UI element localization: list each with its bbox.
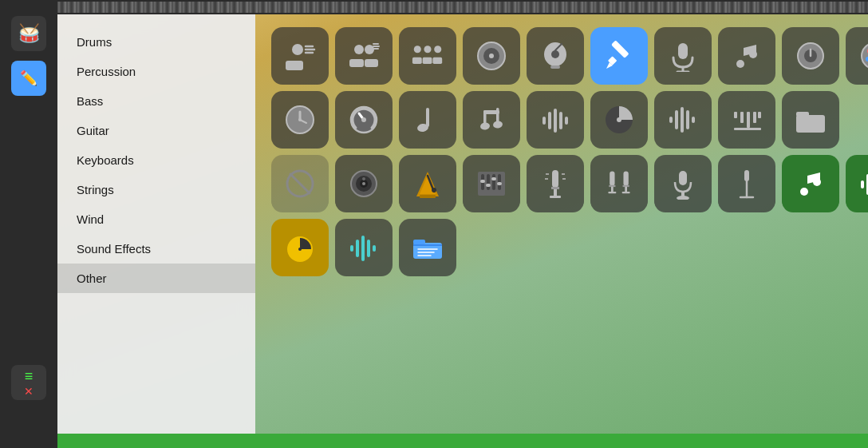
svg-rect-122 (861, 180, 864, 188)
svg-rect-65 (675, 110, 678, 129)
svg-rect-113 (622, 192, 630, 193)
icon-signal-bars[interactable] (718, 91, 775, 149)
bottom-green-strip (57, 434, 868, 448)
svg-rect-92 (492, 174, 495, 190)
icon-vinyl[interactable] (463, 27, 520, 85)
icon-pencil-active[interactable] (590, 27, 648, 85)
svg-rect-75 (796, 115, 825, 133)
icon-metronome[interactable] (399, 155, 456, 212)
icon-duet[interactable] (335, 27, 393, 85)
svg-point-36 (862, 43, 868, 69)
icon-choir[interactable] (399, 27, 456, 85)
icon-dial[interactable] (335, 91, 393, 149)
svg-point-87 (432, 188, 436, 192)
svg-rect-15 (423, 57, 432, 64)
icon-no-symbol[interactable] (271, 155, 329, 212)
category-item-sound-effects[interactable]: Sound Effects (57, 234, 255, 264)
icon-solo-vocalist[interactable] (271, 27, 329, 85)
svg-rect-6 (349, 59, 364, 67)
svg-rect-97 (497, 182, 502, 185)
svg-rect-132 (367, 240, 370, 257)
svg-rect-135 (413, 240, 425, 244)
icon-mixer[interactable] (463, 155, 520, 212)
icon-yellow-timer[interactable] (271, 219, 329, 276)
svg-rect-58 (548, 112, 551, 129)
svg-rect-22 (550, 65, 560, 69)
icon-single-note[interactable] (399, 91, 456, 149)
svg-point-55 (479, 122, 490, 131)
icon-waveform-line[interactable] (654, 91, 712, 149)
icon-desk-mic[interactable] (654, 155, 712, 212)
sidebar-drum-icon[interactable]: 🥁 (11, 16, 46, 51)
icon-clock[interactable] (271, 91, 329, 149)
svg-point-63 (617, 117, 621, 122)
icon-waveform-bars[interactable] (527, 91, 584, 149)
icon-condenser-mic[interactable] (527, 155, 584, 212)
svg-point-56 (492, 121, 503, 129)
sidebar-pencil-icon[interactable]: ✏️ (11, 61, 46, 96)
svg-rect-57 (542, 117, 546, 125)
category-list: Drums Percussion Bass Guitar Keyboards S… (57, 14, 255, 434)
svg-rect-96 (491, 177, 496, 180)
svg-point-31 (736, 60, 744, 68)
svg-point-16 (434, 46, 441, 53)
svg-rect-133 (373, 245, 376, 252)
svg-rect-68 (692, 117, 695, 123)
category-item-wind[interactable]: Wind (57, 204, 255, 234)
svg-rect-1 (286, 61, 303, 70)
icon-music-green[interactable] (782, 155, 839, 212)
svg-rect-91 (487, 174, 490, 190)
svg-rect-67 (686, 110, 689, 129)
icon-beamed-notes[interactable] (463, 91, 520, 149)
svg-rect-94 (480, 180, 485, 183)
svg-point-23 (551, 50, 559, 58)
icon-open-folder[interactable] (399, 219, 456, 276)
svg-rect-73 (758, 112, 761, 118)
icon-metronome-bell[interactable] (527, 27, 584, 85)
svg-point-32 (749, 50, 757, 58)
svg-rect-108 (611, 187, 614, 192)
icon-waveform-teal[interactable] (335, 219, 393, 276)
svg-point-120 (800, 188, 808, 196)
icon-knob[interactable] (782, 27, 839, 85)
svg-rect-70 (740, 112, 744, 123)
svg-rect-101 (550, 196, 561, 198)
icon-row-4 (271, 219, 868, 276)
svg-rect-74 (734, 128, 761, 130)
icon-stand-mic[interactable] (718, 155, 775, 212)
icon-microphone[interactable] (654, 27, 712, 85)
category-item-drums[interactable]: Drums (57, 27, 255, 57)
svg-rect-61 (565, 117, 568, 125)
category-item-guitar[interactable]: Guitar (57, 116, 255, 145)
svg-line-78 (290, 174, 310, 193)
icon-music-note[interactable] (718, 27, 775, 85)
category-item-strings[interactable]: Strings (57, 175, 255, 204)
svg-rect-117 (744, 170, 749, 181)
category-item-keyboards[interactable]: Keyboards (57, 145, 255, 175)
svg-point-20 (489, 54, 494, 58)
svg-rect-110 (623, 172, 628, 186)
svg-rect-60 (559, 112, 562, 129)
category-item-percussion[interactable]: Percussion (57, 57, 255, 86)
icon-stereo-mic[interactable] (590, 155, 648, 212)
svg-rect-28 (678, 43, 688, 59)
svg-rect-100 (554, 189, 557, 196)
svg-point-5 (354, 45, 364, 54)
svg-rect-69 (734, 112, 737, 118)
category-item-other[interactable]: Other (57, 264, 255, 293)
svg-point-46 (298, 118, 302, 121)
icon-speaker[interactable] (335, 155, 393, 212)
icon-waveform-green[interactable] (846, 155, 868, 212)
svg-rect-71 (747, 112, 750, 128)
svg-rect-50 (426, 108, 429, 127)
svg-point-83 (362, 177, 365, 180)
icon-color-palette[interactable] (846, 27, 868, 85)
svg-rect-106 (610, 172, 614, 186)
svg-rect-95 (486, 184, 491, 187)
category-item-bass[interactable]: Bass (57, 86, 255, 116)
svg-point-0 (292, 44, 303, 55)
svg-rect-114 (679, 171, 687, 185)
icon-pie-clock[interactable] (590, 91, 648, 149)
icon-folder[interactable] (782, 91, 839, 149)
sidebar-midi-icon[interactable]: ≡ ✕ (11, 365, 46, 400)
